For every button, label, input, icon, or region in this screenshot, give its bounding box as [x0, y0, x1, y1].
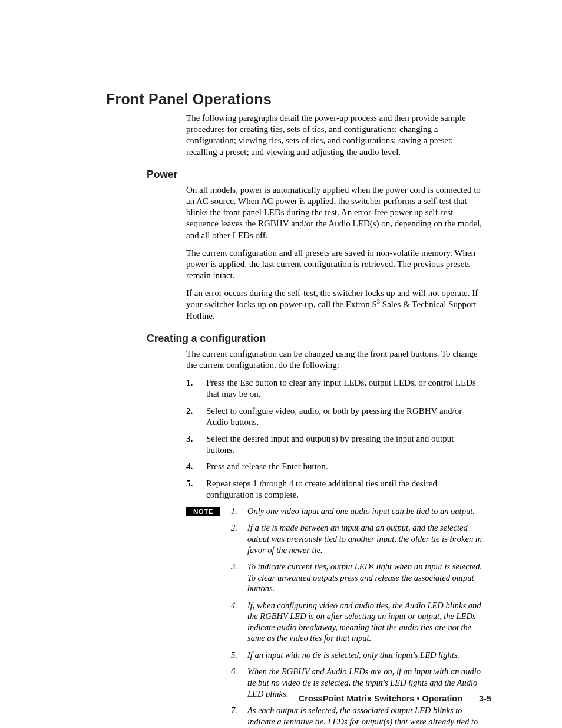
step-text: Select the desired input and output(s) b…: [206, 433, 482, 456]
note-number: 6.: [231, 666, 247, 699]
note-text: As each output is selected, the associat…: [247, 705, 482, 728]
top-rule: [81, 70, 488, 70]
step-item: 4. Press and release the Enter button.: [186, 461, 482, 472]
note-number: 5.: [231, 650, 247, 661]
note-number: 1.: [231, 506, 247, 517]
step-number: 4.: [186, 461, 206, 472]
note-number: 7.: [231, 705, 247, 728]
step-text: Select to configure video, audio, or bot…: [206, 406, 482, 428]
note-number: 4.: [231, 600, 247, 644]
note-item: 3. To indicate current ties, output LEDs…: [231, 561, 482, 594]
step-item: 1. Press the Esc button to clear any inp…: [186, 377, 482, 400]
heading-power: Power: [147, 169, 482, 181]
step-item: 5. Repeat steps 1 through 4 to create ad…: [186, 478, 482, 500]
footer-text: CrossPoint Matrix Switchers • Operation: [299, 694, 462, 703]
page-footer: CrossPoint Matrix Switchers • Operation …: [299, 694, 491, 703]
power-paragraph-2: The current configuration and all preset…: [186, 248, 482, 282]
step-number: 2.: [186, 406, 206, 428]
step-text: Press and release the Enter button.: [206, 461, 482, 472]
heading-creating-configuration: Creating a configuration: [147, 332, 482, 345]
note-text: If an input with no tie is selected, onl…: [247, 650, 482, 661]
step-text: Press the Esc button to clear any input …: [206, 377, 482, 400]
step-item: 3. Select the desired input and output(s…: [186, 433, 482, 456]
step-number: 5.: [186, 478, 206, 500]
note-item: 4. If, when configuring video and audio …: [231, 600, 482, 644]
note-item: 5. If an input with no tie is selected, …: [231, 650, 482, 661]
step-text: Repeat steps 1 through 4 to create addit…: [206, 478, 482, 500]
step-item: 2. Select to configure video, audio, or …: [186, 406, 482, 428]
power-paragraph-3: If an error occurs during the self-test,…: [186, 288, 482, 322]
intro-paragraph: The following paragraphs detail the powe…: [186, 113, 482, 158]
config-intro: The current configuration can be changed…: [186, 348, 482, 371]
note-item: 7. As each output is selected, the assoc…: [231, 705, 482, 728]
page-body: Front Panel Operations The following par…: [0, 0, 562, 728]
note-text: To indicate current ties, output LEDs li…: [247, 561, 482, 594]
note-text: If, when configuring video and audio tie…: [247, 600, 482, 644]
note-text: Only one video input and one audio input…: [247, 506, 482, 517]
step-number: 3.: [186, 433, 206, 456]
note-text: If a tie is made between an input and an…: [247, 522, 482, 555]
heading-front-panel-operations: Front Panel Operations: [106, 91, 482, 108]
note-item: 2. If a tie is made between an input and…: [231, 522, 482, 555]
note-item: 1. Only one video input and one audio in…: [231, 506, 482, 517]
footer-page-number: 3-5: [479, 694, 491, 703]
note-gap: [220, 506, 231, 728]
note-number: 2.: [231, 522, 247, 555]
step-number: 1.: [186, 377, 206, 400]
power-paragraph-1: On all models, power is automatically ap…: [186, 185, 482, 241]
note-badge: NOTE: [186, 507, 220, 516]
note-number: 3.: [231, 561, 247, 594]
config-steps: 1. Press the Esc button to clear any inp…: [186, 377, 482, 500]
